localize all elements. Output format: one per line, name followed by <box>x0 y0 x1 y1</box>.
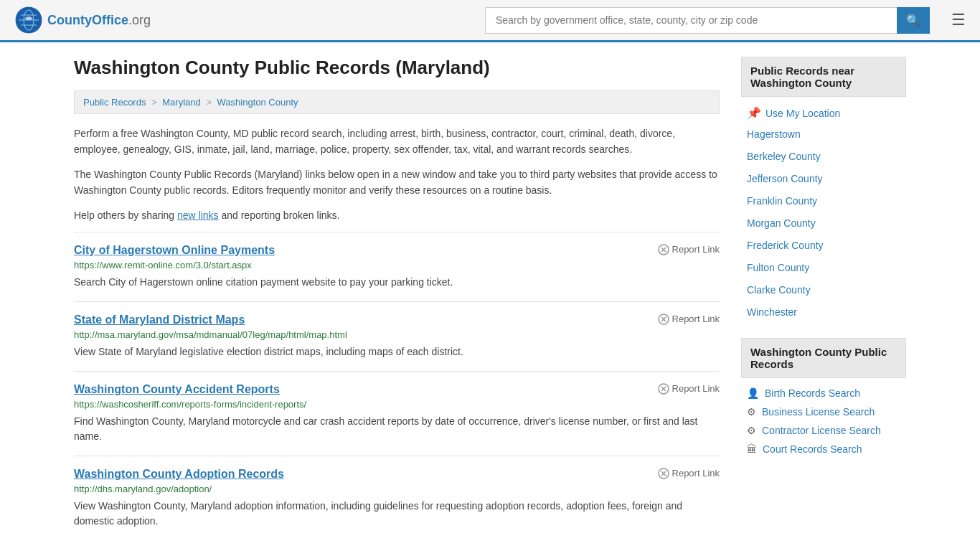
record-header: State of Maryland District Maps Report L… <box>74 314 720 329</box>
sidebar-record-2[interactable]: ⚙Contractor License Search <box>741 421 906 440</box>
sidebar-record-label-0: Birth Records Search <box>765 387 860 399</box>
record-title-3[interactable]: Washington County Adoption Records <box>74 468 284 481</box>
record-item: State of Maryland District Maps Report L… <box>74 301 720 371</box>
sidebar-record-label-2: Contractor License Search <box>762 425 881 436</box>
sidebar-record-3[interactable]: 🏛Court Records Search <box>741 440 906 458</box>
nearby-place-0[interactable]: Hagerstown <box>741 123 906 146</box>
record-header: Washington County Accident Reports Repor… <box>74 383 720 399</box>
nearby-place-8[interactable]: Winchester <box>741 301 906 324</box>
breadcrumb-separator: > <box>151 97 159 108</box>
sidebar-records-list: 👤Birth Records Search⚙Business License S… <box>741 384 906 458</box>
report-icon <box>658 314 669 325</box>
person-icon: 👤 <box>747 387 759 399</box>
record-item: Washington County Accident Reports Repor… <box>74 371 720 456</box>
record-item: Washington County Adoption Records Repor… <box>74 456 720 540</box>
hamburger-icon: ☰ <box>951 11 966 29</box>
record-title-1[interactable]: State of Maryland District Maps <box>74 314 245 326</box>
nearby-place-2[interactable]: Jefferson County <box>741 168 906 190</box>
report-link-2[interactable]: Report Link <box>658 383 720 395</box>
building-icon: 🏛 <box>747 443 757 455</box>
report-link-3[interactable]: Report Link <box>658 468 720 479</box>
site-header: CountyOffice.org 🔍 ☰ <box>0 0 980 42</box>
menu-button[interactable]: ☰ <box>951 11 966 29</box>
logo-icon <box>14 6 43 34</box>
report-link-1[interactable]: Report Link <box>658 314 720 325</box>
description-p3: Help others by sharing new links and rep… <box>74 207 720 223</box>
description-p2: The Washington County Public Records (Ma… <box>74 166 720 199</box>
sidebar: Public Records near Washington County 📌 … <box>741 57 906 540</box>
nearby-section: Public Records near Washington County 📌 … <box>741 57 906 324</box>
gear-icon: ⚙ <box>747 425 756 436</box>
description-p1: Perform a free Washington County, MD pub… <box>74 126 720 158</box>
use-my-location-link[interactable]: 📌 Use My Location <box>741 103 906 123</box>
search-area: 🔍 <box>485 7 930 34</box>
nearby-place-7[interactable]: Clarke County <box>741 279 906 301</box>
record-url-0: https://www.remit-online.com/3.0/start.a… <box>74 260 720 270</box>
page-title: Washington County Public Records (Maryla… <box>74 57 720 79</box>
nearby-places-list: HagerstownBerkeley CountyJefferson Count… <box>741 123 906 324</box>
nearby-place-4[interactable]: Morgan County <box>741 212 906 235</box>
gear-icon: ⚙ <box>747 406 756 418</box>
breadcrumb-public-records[interactable]: Public Records <box>83 97 146 108</box>
search-button[interactable]: 🔍 <box>897 7 930 34</box>
nearby-place-1[interactable]: Berkeley County <box>741 146 906 168</box>
nearby-place-6[interactable]: Fulton County <box>741 257 906 279</box>
record-desc-3: View Washington County, Maryland adoptio… <box>74 499 720 529</box>
record-url-2: https://washcosheriff.com/reports-forms/… <box>74 399 720 410</box>
breadcrumb: Public Records > Maryland > Washington C… <box>74 90 720 114</box>
report-icon <box>658 383 669 395</box>
record-url-3: http://dhs.maryland.gov/adoption/ <box>74 484 720 494</box>
record-desc-2: Find Washington County, Maryland motorcy… <box>74 414 720 444</box>
records-section: Washington County Public Records 👤Birth … <box>741 338 906 458</box>
records-sidebar-header: Washington County Public Records <box>741 338 906 378</box>
record-title-2[interactable]: Washington County Accident Reports <box>74 383 280 396</box>
logo-text: CountyOffice.org <box>47 13 151 28</box>
sidebar-record-label-3: Court Records Search <box>763 443 862 455</box>
nearby-place-3[interactable]: Franklin County <box>741 190 906 212</box>
report-icon <box>658 244 669 255</box>
record-desc-0: Search City of Hagerstown online citatio… <box>74 275 720 290</box>
sidebar-record-0[interactable]: 👤Birth Records Search <box>741 384 906 402</box>
search-input[interactable] <box>485 7 897 34</box>
report-icon <box>658 468 669 479</box>
record-item: City of Hagerstown Online Payments Repor… <box>74 232 720 301</box>
record-title-0[interactable]: City of Hagerstown Online Payments <box>74 244 275 257</box>
sidebar-record-label-1: Business License Search <box>762 406 875 418</box>
report-link-0[interactable]: Report Link <box>658 244 720 255</box>
new-links-link[interactable]: new links <box>177 209 219 221</box>
nearby-header: Public Records near Washington County <box>741 57 906 97</box>
record-desc-1: View State of Maryland legislative elect… <box>74 344 720 359</box>
records-list: City of Hagerstown Online Payments Repor… <box>74 232 720 540</box>
description: Perform a free Washington County, MD pub… <box>74 126 720 223</box>
record-header: City of Hagerstown Online Payments Repor… <box>74 244 720 260</box>
content-area: Washington County Public Records (Maryla… <box>74 57 720 540</box>
breadcrumb-washington-county[interactable]: Washington County <box>217 97 298 108</box>
record-url-1: http://msa.maryland.gov/msa/mdmanual/07l… <box>74 329 720 340</box>
nearby-place-5[interactable]: Frederick County <box>741 235 906 257</box>
sidebar-record-1[interactable]: ⚙Business License Search <box>741 402 906 421</box>
breadcrumb-maryland[interactable]: Maryland <box>162 97 200 108</box>
search-icon: 🔍 <box>906 14 920 27</box>
location-pin-icon: 📌 <box>747 106 761 120</box>
breadcrumb-separator: > <box>206 97 214 108</box>
record-header: Washington County Adoption Records Repor… <box>74 468 720 484</box>
site-logo[interactable]: CountyOffice.org <box>14 6 151 34</box>
main-container: Washington County Public Records (Maryla… <box>60 42 920 551</box>
